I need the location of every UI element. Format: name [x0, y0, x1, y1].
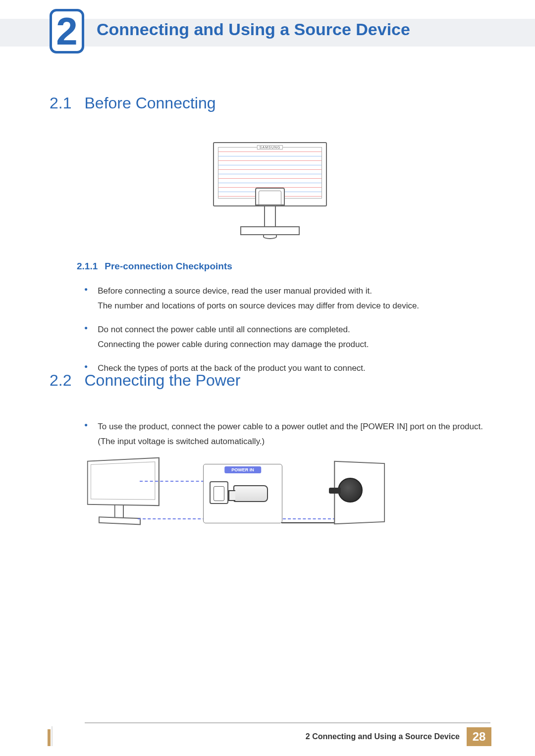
checkpoints-list: ● Before connecting a source device, rea… — [84, 284, 490, 376]
section-heading: 2.2 Connecting the Power — [50, 371, 490, 390]
footer-accent-line-icon — [52, 726, 53, 746]
section-number: 2.2 — [50, 371, 71, 390]
chapter-title: Connecting and Using a Source Device — [97, 20, 410, 39]
power-socket-icon — [210, 481, 228, 504]
footer-divider — [50, 722, 490, 723]
power-in-label: POWER IN — [224, 466, 261, 473]
power-port-zoom: POWER IN — [203, 464, 282, 523]
list-item: ● Do not connect the power cable until a… — [84, 322, 490, 352]
subsection-heading: 2.1.1 Pre-connection Checkpoints — [77, 261, 490, 272]
page-number: 28 — [467, 727, 491, 746]
section-title: Before Connecting — [84, 94, 215, 112]
subsection-title: Pre-connection Checkpoints — [105, 261, 232, 272]
list-item-text: Do not connect the power cable until all… — [98, 322, 369, 352]
power-instructions-list: ● To use the product, connect the power … — [84, 419, 490, 449]
section-title: Connecting the Power — [84, 371, 240, 390]
list-item-text: To use the product, connect the power ca… — [98, 419, 490, 449]
wall-plug-icon — [338, 478, 363, 503]
section-heading: 2.1 Before Connecting — [50, 94, 490, 112]
monitor-brand-label: SAMSUNG — [257, 145, 283, 150]
chapter-number: 2 — [56, 12, 77, 50]
chapter-number-badge: 2 — [50, 9, 84, 53]
power-connection-illustration: POWER IN — [84, 459, 386, 538]
footer-accent-icon — [48, 729, 51, 746]
section-connecting-power: 2.2 Connecting the Power ● To use the pr… — [50, 371, 490, 538]
callout-dashed-line-icon — [140, 481, 204, 482]
footer-bar: 2 Connecting and Using a Source Device 2… — [299, 727, 491, 746]
list-item-text: Before connecting a source device, read … — [98, 284, 419, 313]
bullet-icon: ● — [84, 284, 88, 313]
section-before-connecting: 2.1 Before Connecting SAMSUNG 2.1.1 Pre-… — [50, 94, 490, 385]
monitor-rear-illustration: SAMSUNG — [50, 142, 490, 241]
bullet-icon: ● — [84, 419, 88, 449]
subsection-number: 2.1.1 — [77, 261, 98, 272]
footer-chapter-ref: 2 Connecting and Using a Source Device — [299, 727, 467, 746]
bullet-icon: ● — [84, 322, 88, 352]
section-number: 2.1 — [50, 94, 71, 112]
list-item: ● To use the product, connect the power … — [84, 419, 490, 449]
power-plug-icon — [233, 485, 268, 502]
list-item: ● Before connecting a source device, rea… — [84, 284, 490, 313]
